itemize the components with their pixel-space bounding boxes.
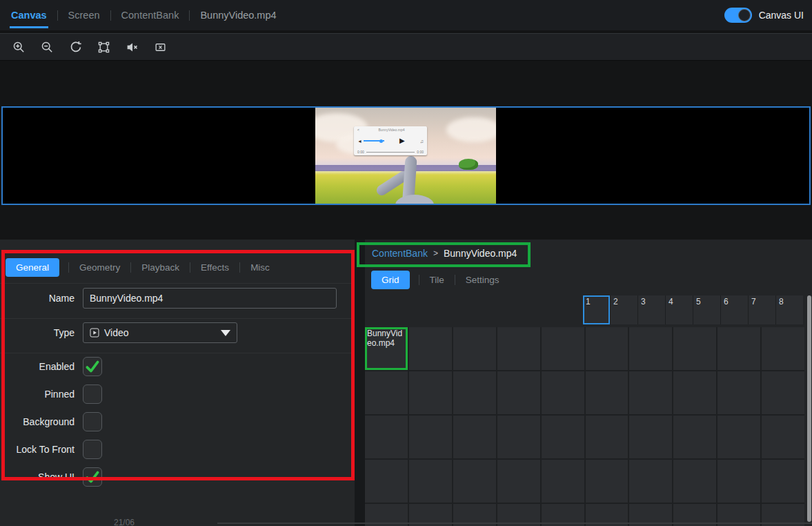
zoom-in-icon[interactable] bbox=[11, 39, 26, 55]
tab-playback[interactable]: Playback bbox=[140, 262, 181, 273]
grid-cell[interactable] bbox=[717, 416, 760, 458]
grid-cell[interactable] bbox=[365, 416, 408, 458]
tab-divider bbox=[455, 275, 455, 285]
grid-cell[interactable] bbox=[629, 327, 672, 370]
enabled-checkbox[interactable] bbox=[83, 357, 102, 376]
grid-cell[interactable] bbox=[542, 327, 584, 370]
tab-geometry[interactable]: Geometry bbox=[78, 262, 121, 273]
pinned-checkbox[interactable] bbox=[83, 384, 102, 404]
clear-region-icon[interactable] bbox=[152, 39, 168, 55]
vertical-scrollbar[interactable] bbox=[807, 295, 811, 522]
player-volume-slider[interactable] bbox=[364, 140, 384, 142]
tab-canvas[interactable]: Canvas bbox=[10, 0, 48, 30]
grid-cell[interactable] bbox=[497, 371, 540, 414]
grid-cell[interactable] bbox=[586, 327, 628, 370]
grid-cell[interactable] bbox=[497, 460, 540, 503]
grid-header-cell-1[interactable]: 1 bbox=[583, 295, 610, 324]
tab-general[interactable]: General bbox=[6, 258, 59, 277]
tab-bunnyvideo[interactable]: BunnyVideo.mp4 bbox=[199, 0, 277, 30]
rotate-icon[interactable] bbox=[68, 39, 83, 55]
grid-cell[interactable] bbox=[762, 460, 804, 503]
canvas-workspace: < BunnyVideo.mp4 ◄ ▶ ♫ 0:00 0:00 bbox=[0, 61, 812, 240]
player-title: BunnyVideo.mp4 bbox=[359, 128, 424, 132]
content-tabs: Grid Tile Settings bbox=[371, 270, 501, 289]
canvas-selection[interactable]: < BunnyVideo.mp4 ◄ ▶ ♫ 0:00 0:00 bbox=[1, 106, 811, 205]
tab-screen[interactable]: Screen bbox=[67, 0, 101, 30]
player-volume-icon[interactable]: ◄ bbox=[357, 139, 362, 144]
name-input[interactable] bbox=[83, 288, 337, 309]
grid-cell[interactable] bbox=[453, 460, 496, 503]
grid-cell[interactable] bbox=[409, 371, 452, 414]
player-audio-icon[interactable]: ♫ bbox=[420, 139, 424, 144]
lock-to-front-checkbox[interactable] bbox=[83, 440, 102, 459]
grid-occupied-cell[interactable]: BunnyVideo.mp4 bbox=[365, 327, 408, 370]
grid-cell[interactable] bbox=[586, 416, 628, 458]
grid-cell[interactable] bbox=[762, 327, 804, 370]
background-checkbox[interactable] bbox=[83, 412, 102, 431]
grid-cell[interactable] bbox=[453, 371, 496, 414]
grid-cell[interactable] bbox=[542, 371, 584, 414]
video-player-overlay[interactable]: < BunnyVideo.mp4 ◄ ▶ ♫ 0:00 0:00 bbox=[354, 126, 427, 155]
grid-cell[interactable] bbox=[365, 460, 408, 503]
grid-cell[interactable] bbox=[542, 416, 584, 458]
grid-cell[interactable] bbox=[497, 327, 540, 370]
tab-divider bbox=[189, 10, 190, 21]
grid-cell[interactable] bbox=[717, 327, 760, 370]
grid-cell[interactable] bbox=[409, 460, 452, 503]
grid-header-cell-7[interactable]: 7 bbox=[749, 295, 775, 324]
lock-to-front-label: Lock To Front bbox=[0, 444, 83, 455]
type-value: Video bbox=[104, 327, 129, 338]
name-label: Name bbox=[0, 293, 83, 304]
grid-cell[interactable] bbox=[586, 460, 628, 503]
video-preview[interactable]: < BunnyVideo.mp4 ◄ ▶ ♫ 0:00 0:00 bbox=[315, 108, 496, 204]
grid-cell[interactable] bbox=[673, 416, 716, 458]
grid-cell[interactable] bbox=[717, 371, 760, 414]
tab-contentbank[interactable]: ContentBank bbox=[120, 0, 181, 30]
tab-divider bbox=[130, 262, 131, 273]
grid-cell[interactable] bbox=[409, 416, 452, 458]
mute-icon[interactable] bbox=[124, 39, 139, 55]
grid-cell[interactable] bbox=[453, 327, 496, 370]
grid-header-cell-5[interactable]: 5 bbox=[693, 295, 720, 324]
grid-cell[interactable] bbox=[542, 460, 584, 503]
tab-misc[interactable]: Misc bbox=[249, 262, 271, 273]
check-icon bbox=[84, 469, 101, 485]
tab-grid[interactable]: Grid bbox=[371, 271, 410, 289]
grid-cell[interactable] bbox=[409, 327, 452, 370]
grid-cell[interactable] bbox=[629, 371, 672, 414]
bottom-divider bbox=[217, 523, 812, 524]
tab-tile[interactable]: Tile bbox=[428, 275, 446, 285]
grid-cell[interactable] bbox=[762, 371, 804, 414]
breadcrumb: ContentBank > BunnyVideo.mp4 bbox=[372, 248, 517, 259]
grid-cell[interactable] bbox=[586, 371, 628, 414]
tree-art bbox=[459, 159, 478, 170]
grid-header-cell-4[interactable]: 4 bbox=[666, 295, 693, 324]
grid-cell[interactable] bbox=[629, 416, 672, 458]
row-divider bbox=[0, 283, 355, 284]
grid-cell[interactable] bbox=[673, 460, 716, 503]
zoom-out-icon[interactable] bbox=[39, 39, 55, 55]
player-seek-bar[interactable] bbox=[366, 152, 415, 153]
grid-cell[interactable] bbox=[365, 371, 408, 414]
grid-cell[interactable] bbox=[673, 371, 716, 414]
breadcrumb-parent-link[interactable]: ContentBank bbox=[372, 248, 428, 259]
grid-cell[interactable] bbox=[717, 460, 760, 503]
grid-cell[interactable] bbox=[762, 416, 804, 458]
grid-cell[interactable] bbox=[453, 416, 496, 458]
grid-header-cell-2[interactable]: 2 bbox=[611, 295, 637, 324]
tab-settings[interactable]: Settings bbox=[464, 275, 501, 285]
grid-cell[interactable] bbox=[497, 416, 540, 458]
grid-header-cell-3[interactable]: 3 bbox=[638, 295, 665, 324]
grid-header-cell-8[interactable]: 8 bbox=[776, 295, 803, 324]
type-dropdown[interactable]: Video bbox=[83, 322, 237, 343]
lock-to-front-row: Lock To Front bbox=[0, 440, 355, 459]
tab-divider bbox=[57, 10, 58, 21]
canvas-ui-toggle[interactable] bbox=[724, 8, 752, 23]
transform-icon[interactable] bbox=[96, 39, 111, 55]
grid-header-cell-6[interactable]: 6 bbox=[721, 295, 748, 324]
grid-cell[interactable] bbox=[673, 327, 716, 370]
show-ui-checkbox[interactable] bbox=[83, 467, 102, 487]
tab-effects[interactable]: Effects bbox=[199, 262, 230, 273]
grid-cell[interactable] bbox=[629, 460, 672, 503]
player-play-button[interactable]: ▶ bbox=[384, 137, 420, 144]
